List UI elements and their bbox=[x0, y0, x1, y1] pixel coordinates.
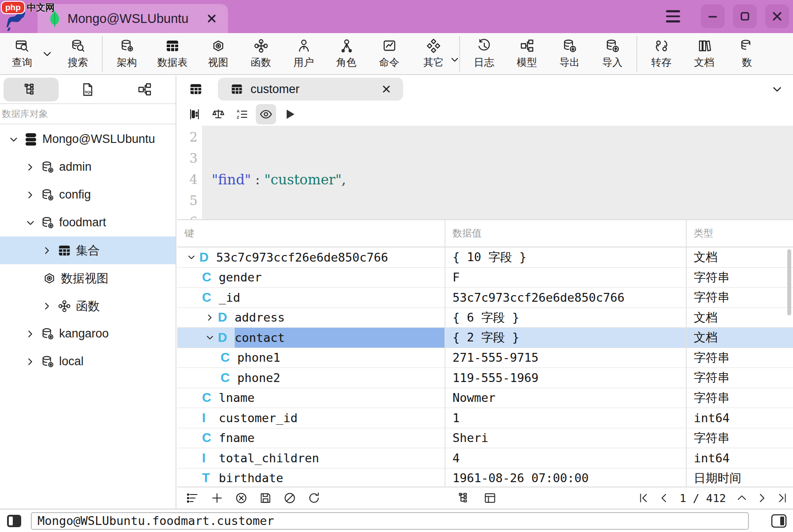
tree-item-admin[interactable]: admin bbox=[0, 153, 176, 181]
chevron-down-icon[interactable] bbox=[187, 252, 196, 262]
delete-record-icon[interactable] bbox=[235, 491, 248, 505]
toolbar-separator bbox=[636, 36, 637, 72]
filter-rows-icon[interactable] bbox=[186, 491, 199, 505]
connection-tab-title: Mongo@WSLUbuntu bbox=[67, 11, 188, 26]
toolbar-partial-button[interactable]: 数 bbox=[726, 38, 768, 69]
table-row[interactable]: Cgender F 字符串 bbox=[177, 268, 793, 288]
last-page-icon[interactable] bbox=[776, 492, 789, 504]
tree-item-kangaroo[interactable]: kangaroo bbox=[0, 320, 176, 348]
add-record-icon[interactable] bbox=[210, 491, 224, 505]
collapse-up-icon[interactable] bbox=[736, 492, 748, 504]
toolbar-role-button[interactable]: 角色 bbox=[325, 38, 368, 69]
table-row[interactable]: Cphone2 119-555-1969 字符串 bbox=[177, 368, 793, 388]
toolbar-separator bbox=[459, 36, 460, 72]
close-button[interactable] bbox=[765, 4, 789, 28]
eye-icon bbox=[259, 107, 273, 121]
chevron-right-icon[interactable] bbox=[205, 313, 215, 322]
toolbar-log-button[interactable]: 日志 bbox=[463, 38, 505, 69]
table-row[interactable]: D53c7c973ccf26e6de850c766 { 10 字段 } 文档 bbox=[177, 247, 793, 268]
tree-item-local[interactable]: local bbox=[0, 348, 176, 375]
sync-icon bbox=[740, 38, 755, 53]
refresh-icon[interactable] bbox=[307, 491, 321, 505]
toolbar-function-button[interactable]: 函数 bbox=[239, 38, 282, 69]
table-row[interactable]: C_id 53c7c973ccf26e6de850c766 字符串 bbox=[177, 288, 793, 308]
chevron-down-icon[interactable] bbox=[771, 83, 783, 95]
tree-item-config[interactable]: config bbox=[0, 181, 176, 209]
collection-list-button[interactable] bbox=[186, 82, 206, 96]
header-type[interactable]: 类型 bbox=[687, 220, 793, 247]
tree-mode-icon[interactable] bbox=[458, 491, 471, 505]
next-page-icon[interactable] bbox=[756, 492, 768, 504]
table-row[interactable]: Clname Nowmer 字符串 bbox=[177, 388, 793, 408]
explain-button[interactable] bbox=[208, 104, 228, 124]
first-page-icon[interactable] bbox=[637, 492, 650, 504]
tree-item-connection[interactable]: Mongo@WSLUbuntu bbox=[0, 125, 176, 153]
toolbar-view-button[interactable]: 视图 bbox=[197, 38, 239, 69]
tree-item-dataviews[interactable]: 数据视图 bbox=[0, 264, 176, 292]
header-key[interactable]: 键 bbox=[177, 220, 445, 247]
table-icon bbox=[165, 38, 180, 53]
result-grid: 键 数据值 类型 D53c7c973ccf26e6de850c766 { 10 … bbox=[177, 219, 793, 487]
card-mode-icon[interactable] bbox=[483, 491, 497, 505]
tree-item-collections[interactable]: 集合 bbox=[0, 236, 176, 264]
table-row[interactable]: Icustomer_id 1 int64 bbox=[177, 408, 793, 428]
type-letter-icon: T bbox=[202, 471, 219, 485]
sidebar-tab-objects[interactable] bbox=[4, 78, 59, 101]
table-row[interactable]: Tbirthdate 1961-08-26 07:00:00 日期时间 bbox=[177, 468, 793, 487]
run-button[interactable] bbox=[280, 104, 300, 124]
chevron-right-icon bbox=[25, 190, 36, 200]
query-icon bbox=[15, 38, 30, 53]
minimize-button[interactable] bbox=[701, 4, 725, 28]
toolbar-query-button[interactable]: 查询 bbox=[6, 38, 38, 69]
query-code[interactable]: "find" : "customer", "filter" : { "total… bbox=[202, 126, 793, 219]
discard-icon[interactable] bbox=[283, 491, 296, 505]
toolbar-table-button[interactable]: 数据表 bbox=[148, 38, 197, 69]
export-icon bbox=[562, 38, 577, 53]
toolbar-schema-button[interactable]: 架构 bbox=[105, 38, 148, 69]
toggle-left-pane-icon[interactable] bbox=[6, 513, 22, 528]
table-row[interactable]: Cphone1 271-555-9715 字符串 bbox=[177, 348, 793, 368]
toolbar-dump-button[interactable]: 转存 bbox=[640, 38, 683, 69]
table-row[interactable]: Cfname Sheri 字符串 bbox=[177, 428, 793, 449]
view-icon bbox=[211, 38, 226, 53]
toolbar-export-button[interactable]: 导出 bbox=[548, 38, 591, 69]
preview-button[interactable] bbox=[256, 104, 276, 124]
sidebar-tab-model[interactable] bbox=[117, 78, 172, 101]
toolbar-import-button[interactable]: 导入 bbox=[591, 38, 634, 69]
query-editor[interactable]: 2 3 4 5 6 "find" : "customer", "filter" … bbox=[177, 126, 793, 219]
sort-list-button[interactable]: A Z bbox=[232, 104, 252, 124]
main-toolbar: 查询 搜索 架构 数据表 视 bbox=[0, 33, 793, 75]
other-icon bbox=[426, 38, 441, 53]
toggle-right-pane-icon[interactable] bbox=[771, 513, 787, 528]
tab-customer[interactable]: customer bbox=[218, 78, 403, 101]
columns-button[interactable] bbox=[184, 104, 205, 124]
save-icon[interactable] bbox=[259, 491, 272, 505]
toolbar-doc-button[interactable]: 文档 bbox=[683, 38, 726, 69]
svg-text:Z: Z bbox=[237, 115, 239, 119]
menu-icon[interactable] bbox=[663, 7, 683, 25]
table-row-selected[interactable]: Dcontact { 2 字段 } 文档 bbox=[177, 328, 793, 348]
tree-item-functions[interactable]: 函数 bbox=[0, 292, 176, 320]
chevron-down-icon[interactable] bbox=[205, 333, 215, 342]
toolbar-model-button[interactable]: 模型 bbox=[505, 38, 548, 69]
toolbar-user-button[interactable]: 用户 bbox=[282, 38, 325, 69]
table-row[interactable]: Itotal_children 4 int64 bbox=[177, 448, 793, 468]
query-dropdown-button[interactable] bbox=[38, 48, 56, 60]
sidebar-tab-sql[interactable]: SQL bbox=[60, 78, 116, 101]
type-letter-icon: D bbox=[199, 250, 216, 265]
main-panel: customer A Z bbox=[177, 76, 793, 509]
table-row[interactable]: Daddress { 6 字段 } 文档 bbox=[177, 308, 793, 328]
columns-icon bbox=[188, 108, 201, 121]
tab-close-icon[interactable] bbox=[207, 14, 217, 23]
toolbar-search-button[interactable]: 搜索 bbox=[56, 38, 99, 69]
prev-page-icon[interactable] bbox=[658, 492, 670, 504]
tree-item-foodmart[interactable]: foodmart bbox=[0, 209, 176, 236]
maximize-button[interactable] bbox=[733, 4, 757, 28]
vertical-scrollbar[interactable] bbox=[787, 249, 791, 315]
connection-tab[interactable]: Mongo@WSLUbuntu bbox=[37, 4, 228, 33]
toolbar-command-button[interactable]: 命令 bbox=[368, 38, 411, 69]
toolbar-other-button[interactable]: 其它 bbox=[411, 38, 456, 69]
tab-close-icon[interactable] bbox=[382, 85, 391, 94]
object-path[interactable]: Mongo@WSLUbuntu.foodmart.customer bbox=[31, 512, 749, 530]
header-value[interactable]: 数据值 bbox=[445, 220, 687, 247]
